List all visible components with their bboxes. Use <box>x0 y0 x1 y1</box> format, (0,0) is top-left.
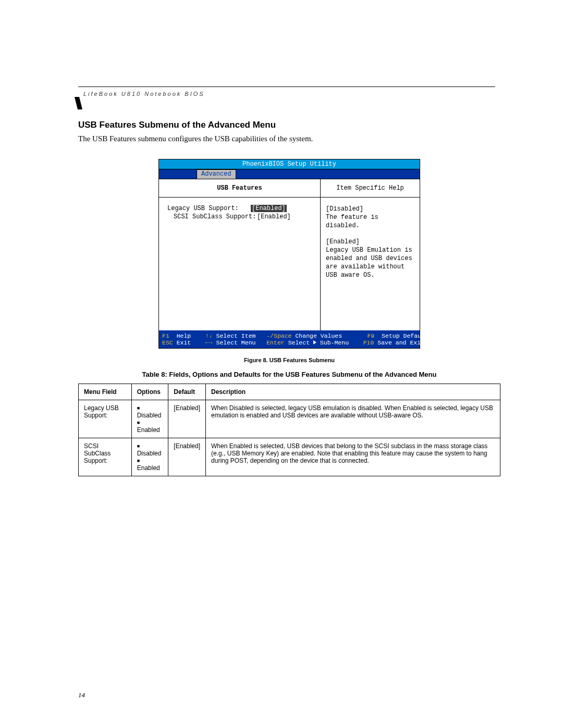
key-f9: F9 <box>367 332 374 339</box>
label-select-menu: Select Menu <box>216 339 256 346</box>
triangle-right-icon <box>313 340 316 344</box>
key-f1: F1 <box>162 332 169 339</box>
bios-fields: Legacy USB Support: [Enabled] SCSI SubCl… <box>159 198 320 229</box>
field-label: Legacy USB Support: <box>167 205 251 212</box>
help-enabled-label: [Enabled] <box>326 238 414 246</box>
cell-field: Legacy USB Support: <box>79 400 132 438</box>
header-rule <box>78 87 495 87</box>
help-enabled-text: Legacy USB Emulation is enabled and USB … <box>326 246 414 280</box>
section-title: USB Features Submenu of the Advanced Men… <box>78 120 500 130</box>
key-enter: Enter <box>266 339 285 346</box>
label-change-values: Change Values <box>295 332 342 339</box>
option-item: Enabled <box>137 419 163 434</box>
key-space: -/Space <box>266 332 291 339</box>
bios-footer: F1 Help ↑↓ Select Item -/Space Change Va… <box>159 330 420 348</box>
cell-default: [Enabled] <box>168 400 206 438</box>
page-header: LifeBook U810 Notebook BIOS <box>83 91 205 97</box>
help-disabled-label: [Disabled] <box>326 205 414 213</box>
cell-description: When Disabled is selected, legacy USB em… <box>206 400 500 438</box>
label-save-exit: Save and Exit <box>377 339 424 346</box>
page-number: 14 <box>78 691 85 699</box>
option-item: Disabled <box>137 404 163 419</box>
options-table: Menu Field Options Default Description L… <box>78 384 500 476</box>
arrows-updown-icon: ↑↓ <box>205 332 213 339</box>
bios-screenshot: PhoenixBIOS Setup Utility Advanced USB F… <box>158 159 420 349</box>
table-title: Table 8: Fields, Options and Defaults fo… <box>78 371 500 378</box>
label-select-item: Select Item <box>216 332 256 339</box>
label-exit: Exit <box>177 339 191 346</box>
svg-marker-0 <box>75 97 82 109</box>
table-row: Legacy USB Support: Disabled Enabled [En… <box>79 400 500 438</box>
bios-body: USB Features Legacy USB Support: [Enable… <box>159 179 420 330</box>
bios-tabbar: Advanced <box>159 169 420 179</box>
corner-glyph-icon <box>73 97 85 113</box>
bios-title: PhoenixBIOS Setup Utility <box>159 159 420 169</box>
key-esc: ESC <box>162 339 173 346</box>
option-item: Enabled <box>137 457 163 472</box>
document-page: LifeBook U810 Notebook BIOS USB Features… <box>0 0 563 728</box>
table-row: SCSI SubClass Support: Disabled Enabled … <box>79 438 500 476</box>
bios-tab-advanced[interactable]: Advanced <box>197 169 236 179</box>
key-f10: F10 <box>363 339 374 346</box>
arrows-leftright-icon: ←→ <box>205 339 213 346</box>
option-item: Disabled <box>137 442 163 457</box>
bios-help-title: Item Specific Help <box>321 179 420 198</box>
bios-left-pane: USB Features Legacy USB Support: [Enable… <box>159 179 321 330</box>
bios-field-row[interactable]: SCSI SubClass Support: [Enabled] <box>167 213 312 220</box>
col-options: Options <box>131 384 168 400</box>
field-label: SCSI SubClass Support: <box>167 213 257 220</box>
label-select-submenu: Select Sub-Menu <box>288 339 349 346</box>
table-header-row: Menu Field Options Default Description <box>79 384 500 400</box>
label-help: Help <box>177 332 191 339</box>
field-value-selected[interactable]: [Enabled] <box>251 205 287 212</box>
cell-description: When Enabled is selected, USB devices th… <box>206 438 500 476</box>
col-description: Description <box>206 384 500 400</box>
field-value[interactable]: [Enabled] <box>257 213 291 220</box>
label-setup-defaults: Setup Defaults <box>382 332 432 339</box>
figure-caption: Figure 8. USB Features Submenu <box>78 357 500 363</box>
bios-help-pane: Item Specific Help [Disabled] The featur… <box>321 179 420 330</box>
intro-text: The USB Features submenu configures the … <box>78 134 500 143</box>
cell-field: SCSI SubClass Support: <box>79 438 132 476</box>
col-default: Default <box>168 384 206 400</box>
cell-options: Disabled Enabled <box>131 438 168 476</box>
col-menu-field: Menu Field <box>79 384 132 400</box>
bios-left-title: USB Features <box>159 179 320 198</box>
help-disabled-text: The feature is disabled. <box>326 213 414 230</box>
cell-default: [Enabled] <box>168 438 206 476</box>
bios-help-content: [Disabled] The feature is disabled. [Ena… <box>321 198 420 287</box>
cell-options: Disabled Enabled <box>131 400 168 438</box>
bios-field-row[interactable]: Legacy USB Support: [Enabled] <box>167 205 312 212</box>
